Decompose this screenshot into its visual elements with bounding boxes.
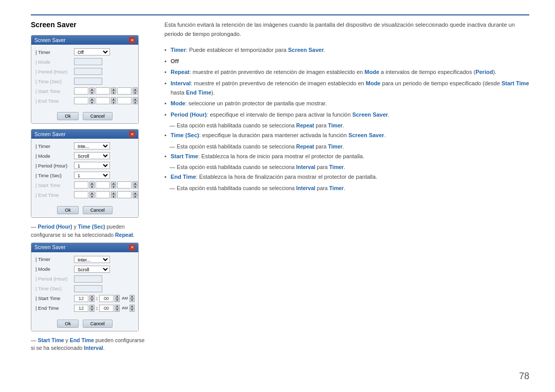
dialog-3-close[interactable]: ✕ xyxy=(129,245,135,251)
down-arrow: ▼ xyxy=(89,195,95,198)
bullet-time-sec-screensaver: Screen Saver xyxy=(348,132,384,138)
dialog-2-row-starttime: | Start Time ▲▼ ▲▼ ▲▼ xyxy=(35,181,134,189)
d3-endtime-ampm-down[interactable]: ▼ xyxy=(130,308,135,312)
note-timer-3: Timer xyxy=(329,164,344,170)
down-arrow: ▼ xyxy=(111,185,116,189)
dialog-1-close[interactable]: ✕ xyxy=(129,37,135,43)
bullet-period-hour-note: Esta opción está habilitada cuando se se… xyxy=(164,121,529,130)
bullet-end-time-label: End Time xyxy=(171,174,196,180)
up-arrow: ▲ xyxy=(89,181,95,185)
dialog-1-select-timer[interactable]: Off xyxy=(74,48,110,55)
dialog-2-select-mode[interactable]: Scroll xyxy=(74,152,110,159)
dialog-1-label-period: | Period (Hour) xyxy=(35,69,74,74)
dialog-2-select-timesec[interactable]: 1 xyxy=(74,172,110,179)
d3-endtime-h-down[interactable]: ▼ xyxy=(89,308,95,312)
bullet-period-hour-label: Period (Hour) xyxy=(171,111,207,118)
down-arrow: ▼ xyxy=(133,91,138,95)
dialog-1-control-endtime: ▲▼ ▲▼ ▲▼ xyxy=(74,97,138,104)
d2-endtime-ampm xyxy=(117,191,132,198)
bullet-start-time: Start Time: Establezca la hora de inicio… xyxy=(164,152,529,161)
dialog-1-cancel[interactable]: Cancel xyxy=(83,112,113,120)
dialog-2-row-period: | Period (Hour) 1 xyxy=(35,161,134,170)
dialog-2-control-period: 1 xyxy=(74,162,134,169)
bullet-timer: Timer: Puede establecer el temporizador … xyxy=(164,46,529,55)
up-arrow: ▲ xyxy=(89,97,95,101)
d2-endtime-h xyxy=(74,191,88,198)
note-interval-1: Interval xyxy=(296,164,315,170)
dialog-3-row-timesec: | Time (Sec) xyxy=(35,285,134,293)
d3-starttime-h-down[interactable]: ▼ xyxy=(89,298,95,302)
dialog-2-close[interactable]: ✕ xyxy=(129,131,135,137)
dialog-1-row-endtime: | End Time ▲▼ ▲▼ ▲▼ xyxy=(35,97,134,105)
dialog-2-control-timer: Inte... xyxy=(74,142,134,150)
bullet-repeat-label: Repeat xyxy=(171,69,190,75)
bullet-period-hour-screensaver: Screen Saver xyxy=(352,111,388,118)
bullet-off: Off xyxy=(164,57,529,66)
note-timer-1: Timer xyxy=(328,122,342,128)
bullet-mode: Mode: seleccione un patrón protector de … xyxy=(164,99,529,108)
dialog-2-cancel[interactable]: Cancel xyxy=(83,206,113,214)
dialog-3-body: | Timer Inter... | Mode Scroll xyxy=(31,252,138,317)
caption-1: — Period (Hour) y Time (Sec) pueden conf… xyxy=(31,223,149,239)
d3-starttime-ampm-down[interactable]: ▼ xyxy=(130,298,135,302)
d3-starttime-m-up[interactable]: ▲ xyxy=(115,295,120,298)
dialog-3-label-mode: | Mode xyxy=(35,266,74,272)
bullet-interval-endtime: End Time xyxy=(186,89,211,96)
dialog-1-control-timesec xyxy=(74,78,134,85)
d3-starttime-h[interactable]: 12 xyxy=(74,295,88,302)
left-column: Screen Saver Screen Saver ✕ | Timer Off … xyxy=(31,21,149,371)
dialog-1-starttime-h xyxy=(74,87,88,95)
dialog-3-ok[interactable]: Ok xyxy=(57,320,79,328)
dialog-1-control-mode xyxy=(74,58,134,65)
dialog-1-endtime-h xyxy=(74,97,88,104)
dialog-1-row-timesec: | Time (Sec) xyxy=(35,77,134,85)
dialog-3-cancel[interactable]: Cancel xyxy=(83,320,113,328)
d3-endtime-m-up[interactable]: ▲ xyxy=(115,305,120,308)
dialog-2-control-starttime: ▲▼ ▲▼ ▲▼ xyxy=(74,181,138,189)
dialog-2-select-period[interactable]: 1 xyxy=(74,162,110,169)
dialog-2-control-endtime: ▲▼ ▲▼ ▲▼ xyxy=(74,191,138,198)
page-number: 78 xyxy=(519,371,529,382)
note-timer-2: Timer xyxy=(328,143,342,150)
dialog-2-select-timer[interactable]: Inte... xyxy=(74,142,110,150)
bullet-start-time-note: Esta opción está habilitada cuando se se… xyxy=(164,163,529,172)
bullet-start-time-label: Start Time xyxy=(171,153,198,159)
d3-endtime-m[interactable]: 00 xyxy=(99,305,114,312)
dialog-1-input-period xyxy=(74,68,102,75)
d3-starttime-m[interactable]: 00 xyxy=(99,295,114,302)
caption-2-endtime: End Time xyxy=(70,337,94,343)
dialog-3-select-timer[interactable]: Inter... xyxy=(74,256,110,263)
d3-endtime-m-down[interactable]: ▼ xyxy=(115,308,120,312)
d2-endtime-m xyxy=(96,191,110,198)
dialog-2-ok[interactable]: Ok xyxy=(57,206,79,214)
dialog-1-label-mode: | Mode xyxy=(35,59,74,65)
bullet-period-hour: Period (Hour): especifique el intervalo … xyxy=(164,110,529,120)
d3-endtime-h-up[interactable]: ▲ xyxy=(89,305,95,308)
dialog-3-input-period xyxy=(74,275,102,283)
dialog-2-control-timesec: 1 xyxy=(74,172,134,179)
d3-endtime-h[interactable]: 12 xyxy=(74,305,88,312)
bullet-off-label: Off xyxy=(171,58,179,64)
dialog-2-title: Screen Saver xyxy=(34,132,66,137)
dialog-3-label-period: | Period (Hour) xyxy=(35,276,74,282)
d3-starttime-ampm-up[interactable]: ▲ xyxy=(130,295,135,298)
d3-starttime-h-up[interactable]: ▲ xyxy=(89,295,95,298)
bullet-repeat: Repeat: muestre el patrón preventivo de … xyxy=(164,68,529,77)
dialog-1-label-starttime: | Start Time xyxy=(35,88,74,94)
bullet-interval: Interval: muestre el patrón preventivo d… xyxy=(164,79,529,97)
dialog-3-select-mode[interactable]: Scroll xyxy=(74,266,110,273)
dialog-2-footer: Ok Cancel xyxy=(31,203,138,217)
d3-starttime-m-down[interactable]: ▼ xyxy=(115,298,120,302)
dialog-3-footer: Ok Cancel xyxy=(31,317,138,331)
dialog-2: Screen Saver ✕ | Timer Inte... | Mode xyxy=(31,129,139,218)
dialog-1-starttime-ampm xyxy=(117,87,132,95)
d3-endtime-ampm-up[interactable]: ▲ xyxy=(130,305,135,308)
down-arrow: ▼ xyxy=(133,101,138,104)
down-arrow: ▼ xyxy=(133,185,138,189)
dialog-1-ok[interactable]: Ok xyxy=(57,112,79,120)
dialog-2-body: | Timer Inte... | Mode Scroll xyxy=(31,139,138,203)
down-arrow: ▼ xyxy=(89,91,95,95)
up-arrow: ▲ xyxy=(89,87,95,91)
right-column: Esta función evitará la retención de las… xyxy=(164,21,529,371)
dialog-3-titlebar: Screen Saver ✕ xyxy=(31,243,138,252)
